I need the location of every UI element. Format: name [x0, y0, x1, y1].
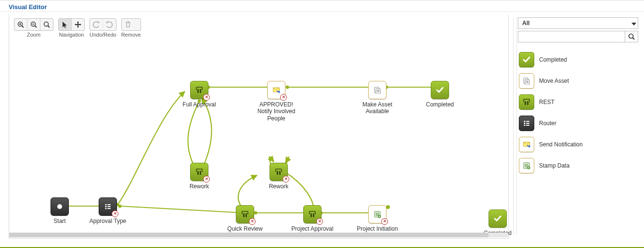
- palette-list: CompletedMove AssetRESTRouterSend Notifi…: [518, 49, 638, 176]
- node-approved[interactable]: ✕APPROVED! Notify Involved People: [255, 81, 298, 122]
- router-icon: ✕: [99, 197, 117, 216]
- check-icon: [489, 209, 507, 228]
- toolbar-group-undoredo: Undo/Redo: [90, 18, 116, 38]
- editor-area: Zoom Navigation Undo/Redo: [9, 14, 509, 239]
- node-label: Completed: [418, 101, 462, 108]
- toolbar-group-zoom: Zoom: [14, 18, 53, 38]
- node-label: Make Asset Available: [356, 101, 399, 115]
- toolbar-label-zoom: Zoom: [14, 32, 53, 38]
- palette-item-router[interactable]: Router: [518, 113, 638, 134]
- router-icon: [519, 116, 534, 131]
- edge-layer: [9, 39, 508, 233]
- palette-search-input[interactable]: [518, 31, 625, 42]
- edge-e2: [117, 91, 185, 205]
- node-label: Project Approval: [291, 225, 334, 232]
- node-full-approval[interactable]: ✕Full Approval: [178, 81, 221, 108]
- toolbar-label-undoredo: Undo/Redo: [90, 32, 116, 38]
- palette-item-completed[interactable]: Completed: [518, 49, 638, 70]
- move-icon: [519, 73, 534, 89]
- mail-icon: ✕: [267, 81, 285, 99]
- check-icon: [519, 52, 534, 67]
- caret-down-icon: [630, 20, 636, 26]
- rest-icon: ✕: [303, 205, 322, 223]
- zoom-fit-button[interactable]: [40, 19, 53, 30]
- stamp-icon: ✕: [368, 205, 386, 223]
- move-icon: [368, 81, 386, 99]
- palette-filter-select[interactable]: All: [518, 17, 638, 29]
- node-start[interactable]: Start: [38, 197, 81, 224]
- toolbar: Zoom Navigation Undo/Redo: [9, 14, 508, 39]
- node-project-approval[interactable]: ✕Project Approval: [291, 205, 334, 232]
- node-project-init[interactable]: ✕Project Initiation: [356, 205, 399, 232]
- horizontal-scrollbar[interactable]: [9, 233, 508, 237]
- palette-filter-value: All: [522, 20, 529, 26]
- pan-tool-button[interactable]: [72, 19, 84, 30]
- workflow-canvas[interactable]: Start✕Approval Type✕Full Approval✕Rework…: [9, 39, 508, 233]
- palette-item-label: Completed: [539, 56, 567, 63]
- node-label: Start: [38, 218, 81, 224]
- zoom-out-button[interactable]: [27, 19, 40, 30]
- error-badge-icon: ✕: [249, 218, 256, 225]
- node-approval-type[interactable]: ✕Approval Type: [86, 197, 129, 224]
- splitter[interactable]: [513, 17, 517, 235]
- check-icon: [431, 81, 449, 99]
- palette-item-label: Send Notification: [539, 141, 583, 148]
- rest-icon: ✕: [190, 163, 208, 181]
- node-label: APPROVED! Notify Involved People: [255, 101, 298, 122]
- undo-button[interactable]: [90, 19, 103, 30]
- mail-icon: [519, 137, 534, 152]
- toolbar-label-remove: Remove: [121, 32, 141, 38]
- palette-item-label: REST: [539, 99, 554, 105]
- toolbar-group-remove: Remove: [121, 18, 141, 38]
- palette-item-stamp-data[interactable]: Stamp Data: [518, 155, 638, 176]
- error-badge-icon: ✕: [283, 176, 289, 183]
- edge-e3: [188, 101, 199, 170]
- node-label: Rework: [257, 183, 300, 190]
- palette-item-rest[interactable]: REST: [518, 91, 638, 113]
- error-badge-icon: ✕: [203, 176, 210, 183]
- panel-title: Visual Editor: [0, 0, 644, 12]
- palette-item-move-asset[interactable]: Move Asset: [518, 70, 638, 91]
- node-palette: All CompletedMove AssetRESTRouterSend No…: [518, 17, 638, 239]
- error-badge-icon: ✕: [203, 94, 210, 101]
- toolbar-label-navigation: Navigation: [58, 32, 85, 38]
- search-icon: [628, 33, 635, 40]
- node-label: Project Initiation: [356, 225, 399, 232]
- node-label: Full Approval: [178, 101, 221, 108]
- node-label: Quick Review: [223, 225, 267, 232]
- error-badge-icon: ✕: [280, 94, 287, 101]
- palette-item-label: Router: [539, 120, 556, 127]
- error-badge-icon: ✕: [381, 218, 388, 225]
- error-badge-icon: ✕: [112, 210, 118, 217]
- node-rework1[interactable]: ✕Rework: [178, 163, 221, 190]
- toolbar-group-navigation: Navigation: [58, 18, 85, 38]
- rest-icon: ✕: [190, 81, 208, 99]
- node-quick-review[interactable]: ✕Quick Review: [223, 205, 267, 232]
- palette-item-label: Move Asset: [539, 78, 569, 84]
- pointer-tool-button[interactable]: [59, 19, 72, 30]
- remove-button[interactable]: [122, 19, 134, 30]
- zoom-in-button[interactable]: [14, 19, 27, 30]
- rest-icon: ✕: [270, 163, 288, 181]
- stamp-icon: [519, 158, 534, 173]
- rest-icon: [519, 94, 534, 110]
- palette-item-send-notification[interactable]: Send Notification: [518, 134, 638, 155]
- node-rework2[interactable]: ✕Rework: [257, 163, 300, 190]
- rest-icon: ✕: [236, 205, 254, 223]
- redo-button[interactable]: [103, 19, 116, 30]
- error-badge-icon: ✕: [316, 218, 323, 225]
- start-icon: [51, 197, 69, 216]
- edge-e4: [201, 98, 212, 171]
- palette-item-label: Stamp Data: [539, 162, 569, 169]
- palette-search-button[interactable]: [625, 31, 638, 42]
- node-make-asset[interactable]: Make Asset Available: [356, 81, 399, 115]
- node-label: Rework: [178, 183, 221, 190]
- node-label: Approval Type: [86, 218, 129, 224]
- node-completed1[interactable]: Completed: [418, 81, 462, 108]
